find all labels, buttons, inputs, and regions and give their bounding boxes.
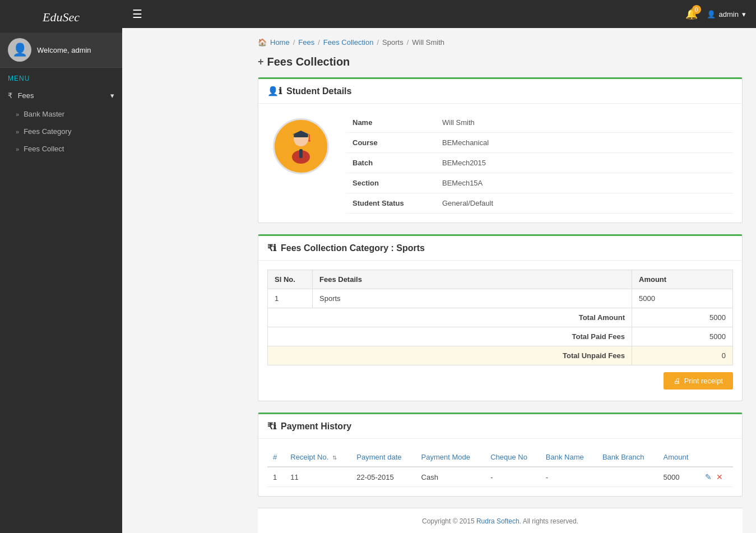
payment-table-header[interactable]: Receipt No. ⇅ (285, 448, 351, 467)
payment-table-header: Cheque No (485, 448, 540, 467)
fees-table-header-details: Fees Details (313, 270, 632, 289)
breadcrumb-fees-collection[interactable]: Fees Collection (323, 38, 374, 47)
admin-menu[interactable]: 👤 admin ▾ (707, 10, 746, 18)
fees-category-header: ₹ℹ Fees Collection Category : Sports (258, 236, 742, 261)
student-details-grid: NameWill SmithCourseBEMechanicalBatchBEM… (267, 113, 733, 214)
fees-sl: 1 (268, 289, 313, 308)
dropdown-arrow-icon: ▾ (742, 10, 746, 18)
student-field-row: CourseBEMechanical (346, 133, 733, 153)
payment-mode: Cash (416, 467, 485, 487)
total-paid-label: Total Paid Fees (268, 327, 632, 346)
sidebar-item-label: Bank Master (24, 110, 64, 118)
fees-category-body: Sl No. Fees Details Amount 1Sports5000 T… (258, 261, 742, 401)
payment-table-header: Bank Branch (597, 448, 658, 467)
breadcrumb-sep: / (318, 38, 320, 47)
bell-button[interactable]: 🔔 0 (685, 8, 698, 20)
student-field-label: Student Status (346, 193, 435, 214)
home-icon: 🏠 (258, 38, 267, 47)
fees-category-title: Fees Collection Category : Sports (281, 243, 425, 253)
fees-table-header-sl: Sl No. (268, 270, 313, 289)
hamburger-icon[interactable]: ☰ (132, 7, 142, 21)
topbar: ☰ 🔔 0 👤 admin ▾ (122, 0, 756, 28)
student-field-row: NameWill Smith (346, 113, 733, 133)
topbar-right: 🔔 0 👤 admin ▾ (685, 8, 746, 20)
breadcrumb-sep: / (377, 38, 379, 47)
breadcrumb: 🏠 Home / Fees / Fees Collection / Sports… (258, 38, 743, 47)
edit-payment-icon[interactable]: ✎ (705, 472, 712, 481)
print-receipt-label: Print receipt (684, 377, 723, 385)
sidebar: EduSec 👤 Welcome, admin Menu ₹ Fees ▾ » … (0, 0, 122, 533)
fees-amount: 5000 (632, 289, 733, 308)
menu-label: Menu (0, 68, 122, 86)
sidebar-item-fees-category[interactable]: » Fees Category (0, 123, 122, 140)
student-field-row: BatchBEMech2015 (346, 153, 733, 173)
student-details-title: Student Details (286, 86, 351, 96)
page-title-text: Fees Collection (267, 55, 350, 68)
payment-branch (597, 467, 658, 487)
student-field-value: BEMechanical (435, 133, 733, 153)
sidebar-item-fees-collect[interactable]: » Fees Collect (0, 140, 122, 157)
student-details-body: NameWill SmithCourseBEMechanicalBatchBEM… (258, 104, 742, 223)
sidebar-fees-section[interactable]: ₹ Fees ▾ (0, 86, 122, 105)
fees-table: Sl No. Fees Details Amount 1Sports5000 T… (267, 270, 733, 365)
payment-history-header: ₹ℹ Payment History (258, 414, 742, 439)
printer-icon: 🖨 (674, 377, 681, 385)
delete-payment-icon[interactable]: ✕ (716, 472, 723, 481)
sort-icon: ⇅ (332, 455, 337, 461)
user-greeting: Welcome, admin (37, 46, 91, 54)
payment-date: 22-05-2015 (351, 467, 415, 487)
payment-amount: 5000 (658, 467, 700, 487)
total-unpaid-label: Total Unpaid Fees (268, 346, 632, 365)
admin-icon: 👤 (707, 10, 716, 18)
payment-table-row: 1 11 22-05-2015 Cash - - 5000 ✎ ✕ (267, 467, 733, 487)
payment-table-header (699, 448, 733, 467)
fees-category-card: ₹ℹ Fees Collection Category : Sports Sl … (258, 234, 743, 401)
breadcrumb-student: Will Smith (412, 38, 444, 47)
student-field-row: SectionBEMech15A (346, 173, 733, 193)
student-field-label: Section (346, 173, 435, 193)
student-field-value: BEMech15A (435, 173, 733, 193)
student-avatar (273, 118, 329, 174)
student-details-header: 👤ℹ Student Details (258, 79, 742, 104)
admin-label: admin (719, 10, 739, 18)
payment-num: 1 (267, 467, 285, 487)
svg-rect-2 (299, 149, 303, 158)
footer: Copyright © 2015 Rudra Softech. All righ… (258, 508, 743, 533)
svg-marker-4 (293, 131, 309, 135)
footer-company-link[interactable]: Rudra Softech. (476, 517, 521, 525)
payment-table-header: Payment date (351, 448, 415, 467)
student-field-label: Course (346, 133, 435, 153)
total-amount-label: Total Amount (268, 308, 632, 327)
student-field-value: Will Smith (435, 113, 733, 133)
student-avatar-wrap (267, 113, 335, 180)
sidebar-item-bank-master[interactable]: » Bank Master (0, 105, 122, 123)
sidebar-item-label: Fees Collect (24, 145, 64, 153)
avatar: 👤 (8, 38, 31, 62)
student-icon: 👤ℹ (267, 86, 282, 96)
fees-table-header-amount: Amount (632, 270, 733, 289)
student-field-label: Batch (346, 153, 435, 173)
breadcrumb-home[interactable]: Home (270, 38, 290, 47)
user-area: 👤 Welcome, admin (0, 33, 122, 68)
page-title: + Fees Collection (258, 55, 743, 68)
breadcrumb-fees[interactable]: Fees (298, 38, 314, 47)
payment-history-card: ₹ℹ Payment History #Receipt No. ⇅Payment… (258, 413, 743, 497)
student-field-value: BEMech2015 (435, 153, 733, 173)
payment-history-title: Payment History (281, 421, 351, 432)
payment-history-body: #Receipt No. ⇅Payment datePayment ModeCh… (258, 439, 742, 496)
payment-table-header: Amount (658, 448, 700, 467)
payment-receipt-no: 11 (285, 467, 351, 487)
payment-table: #Receipt No. ⇅Payment datePayment ModeCh… (267, 448, 733, 487)
print-btn-row: 🖨 Print receipt (267, 365, 733, 392)
fees-table-row: 1Sports5000 (268, 289, 733, 308)
svg-point-6 (308, 140, 310, 142)
footer-suffix: All rights reserved. (521, 517, 578, 525)
payment-table-header: # (267, 448, 285, 467)
payment-icon: ₹ℹ (267, 421, 276, 432)
print-receipt-button[interactable]: 🖨 Print receipt (664, 372, 733, 390)
total-unpaid-value: 0 (632, 346, 733, 365)
student-info-table: NameWill SmithCourseBEMechanicalBatchBEM… (346, 113, 733, 214)
sidebar-item-label: Fees Category (24, 127, 71, 136)
student-field-row: Student StatusGeneral/Default (346, 193, 733, 214)
total-paid-value: 5000 (632, 327, 733, 346)
